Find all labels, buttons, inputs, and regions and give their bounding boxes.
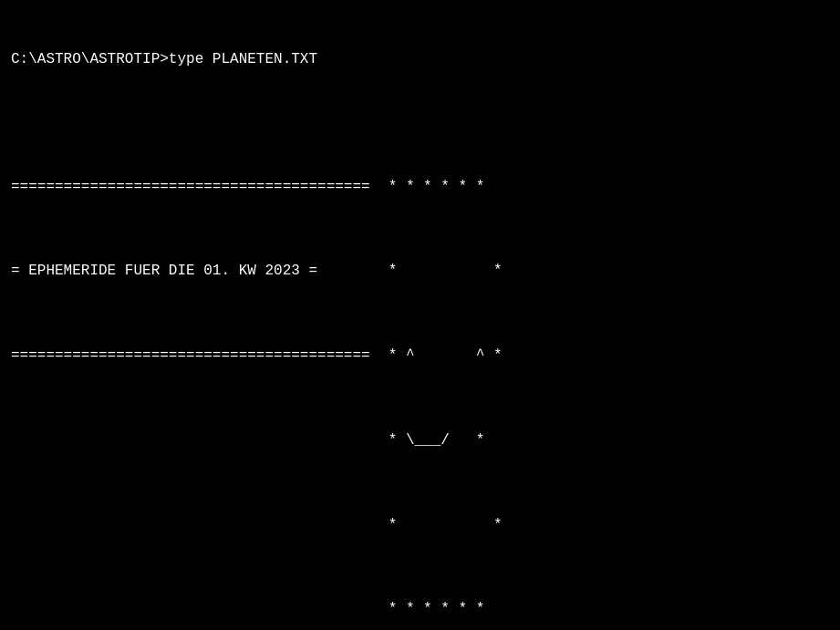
ascii-line-3: * ^ ^ * <box>389 346 503 367</box>
ascii-line-4: * \___/ * <box>389 430 503 451</box>
ascii-art: * * * * * * * * * ^ ^ * * \___/ * * * * … <box>389 134 503 630</box>
title-line: = EPHEMERIDE FUER DIE 01. KW 2023 = <box>11 261 370 282</box>
ascii-line-5: * * <box>389 515 503 536</box>
separator-1: ========================================… <box>11 177 370 198</box>
ascii-line-2: * * <box>389 261 503 282</box>
separator-2: ========================================… <box>11 346 370 367</box>
ascii-line-1: * * * * * * <box>389 177 503 198</box>
terminal-output: C:\ASTRO\ASTROTIP>type PLANETEN.TXT <box>11 7 829 134</box>
left-panel: ========================================… <box>11 134 370 630</box>
ascii-line-6: * * * * * * <box>389 599 503 620</box>
command-line: C:\ASTRO\ASTROTIP>type PLANETEN.TXT <box>11 49 829 70</box>
